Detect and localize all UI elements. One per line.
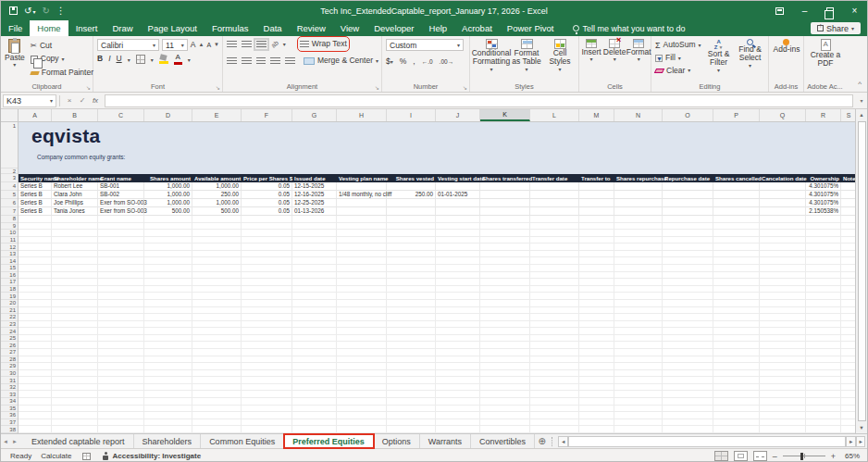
column-header-P[interactable]: P [713, 109, 760, 121]
cell[interactable] [337, 406, 387, 413]
cell[interactable] [242, 328, 292, 335]
cell[interactable] [242, 237, 292, 244]
cell[interactable] [806, 300, 841, 307]
cell[interactable] [579, 207, 614, 216]
close-button[interactable]: × [842, 1, 867, 20]
scroll-down-arrow[interactable]: ▼ [856, 422, 867, 433]
cell[interactable] [52, 265, 98, 272]
cell[interactable] [19, 223, 52, 231]
cell[interactable] [387, 307, 436, 315]
cell[interactable] [52, 286, 98, 293]
row-header-29[interactable]: 29 [1, 363, 18, 370]
cell[interactable] [579, 328, 614, 335]
cell[interactable] [480, 370, 530, 378]
cell[interactable] [760, 377, 806, 384]
vertical-scroll-thumb[interactable] [858, 121, 866, 421]
cell[interactable]: Robert Lee [52, 182, 98, 191]
paste-button[interactable]: Paste ▾ [5, 39, 25, 81]
cell[interactable] [19, 335, 52, 343]
cell[interactable] [52, 279, 98, 286]
cell[interactable] [480, 191, 530, 199]
cell[interactable] [760, 363, 806, 370]
cell[interactable] [480, 216, 530, 223]
cell[interactable] [292, 335, 337, 343]
cell[interactable] [530, 272, 579, 280]
row-header-20[interactable]: 20 [1, 300, 18, 307]
cell[interactable] [663, 342, 713, 349]
cell[interactable] [713, 426, 760, 433]
number-format-combo[interactable]: Custom▾ [386, 39, 464, 51]
cell[interactable] [19, 419, 52, 427]
cell[interactable] [806, 426, 841, 433]
cell[interactable] [52, 307, 98, 315]
dialog-launcher-icon[interactable]: ↘ [463, 84, 467, 91]
cell[interactable] [98, 363, 144, 370]
cell[interactable] [480, 412, 530, 419]
cell[interactable] [387, 321, 436, 329]
cell[interactable] [806, 342, 841, 349]
row-header-10[interactable]: 10 [1, 230, 18, 237]
shrink-font-button[interactable]: A▼ [206, 41, 219, 49]
table-header-cell-shares-cancelled[interactable]: Shares cancelled [713, 174, 760, 182]
cell[interactable] [292, 293, 337, 300]
format-cells-button[interactable]: Format ▾ [628, 39, 650, 81]
cell[interactable] [663, 279, 713, 286]
cell[interactable] [579, 391, 614, 398]
cell[interactable] [713, 251, 760, 258]
cell[interactable] [663, 363, 713, 370]
cell[interactable] [52, 223, 98, 231]
cell[interactable] [663, 426, 713, 433]
cell[interactable] [436, 243, 480, 251]
cell[interactable] [337, 328, 387, 335]
cell[interactable] [337, 257, 387, 265]
cell[interactable] [19, 349, 52, 356]
cell[interactable] [98, 377, 144, 384]
cell[interactable] [242, 286, 292, 293]
cell[interactable] [806, 363, 841, 370]
menu-tab-file[interactable]: File [1, 20, 30, 36]
cell[interactable] [337, 398, 387, 406]
cell[interactable] [806, 321, 841, 329]
cell[interactable] [242, 272, 292, 280]
cell[interactable] [806, 293, 841, 300]
cell[interactable] [713, 286, 760, 293]
cell[interactable] [436, 363, 480, 370]
cell[interactable] [806, 251, 841, 258]
cell[interactable] [98, 223, 144, 231]
cell[interactable] [806, 412, 841, 419]
cell[interactable] [19, 251, 52, 258]
row-header-21[interactable]: 21 [1, 307, 18, 315]
table-header-cell-price-per-shares[interactable]: Price per Shares $ [242, 174, 292, 182]
row-header-34[interactable]: 34 [1, 398, 18, 406]
cell[interactable] [192, 257, 242, 265]
cell[interactable] [292, 328, 337, 335]
cell[interactable] [387, 398, 436, 406]
cell[interactable] [19, 265, 52, 272]
next-sheet-arrow[interactable]: ► [10, 434, 19, 448]
cell[interactable] [806, 265, 841, 272]
cell[interactable] [292, 391, 337, 398]
cell[interactable] [242, 257, 292, 265]
cell[interactable] [52, 370, 98, 378]
sheet-tab-preferred-equities[interactable]: Preferred Equities [284, 434, 374, 448]
cell[interactable] [242, 398, 292, 406]
cell[interactable] [713, 279, 760, 286]
cell[interactable] [192, 356, 242, 364]
sheet-tab-shareholders[interactable]: Shareholders [134, 434, 202, 448]
cell[interactable] [292, 412, 337, 419]
cell[interactable] [530, 314, 579, 321]
cell[interactable] [19, 279, 52, 286]
cell[interactable] [337, 335, 387, 343]
cell[interactable] [760, 391, 806, 398]
cell[interactable] [242, 300, 292, 307]
cell[interactable] [713, 207, 760, 216]
column-header-F[interactable]: F [242, 109, 292, 121]
cell[interactable] [292, 398, 337, 406]
cell[interactable] [337, 237, 387, 244]
cell[interactable] [387, 216, 436, 223]
cell[interactable] [614, 286, 663, 293]
cell[interactable] [52, 300, 98, 307]
cell[interactable] [144, 412, 192, 419]
cell[interactable] [579, 265, 614, 272]
table-header-cell-transfer-to[interactable]: Transfer to [579, 174, 614, 182]
